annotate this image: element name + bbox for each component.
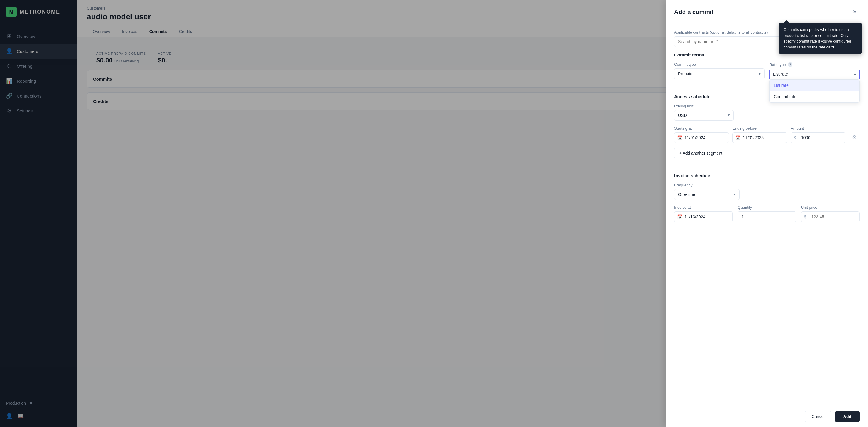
commit-type-select[interactable]: Prepaid Postpaid <box>674 68 765 79</box>
modal-footer: Cancel Add <box>666 406 868 427</box>
modal-title: Add a commit <box>674 9 713 16</box>
frequency-group: Frequency One-time Monthly Quarterly Ann… <box>674 183 860 200</box>
invoice-schedule-heading: Invoice schedule <box>674 173 860 178</box>
add-segment-button[interactable]: + Add another segment <box>674 148 727 158</box>
ending-before-input[interactable] <box>733 132 787 143</box>
rate-type-dropdown: List rate Commit rate <box>769 80 860 102</box>
quantity-input[interactable] <box>738 211 796 222</box>
invoice-details-row: Invoice at 📅 Quantity Unit price $ <box>674 205 860 222</box>
unit-price-label: Unit price <box>801 205 860 210</box>
quantity-label: Quantity <box>738 205 796 210</box>
calendar-icon-start: 📅 <box>677 135 682 140</box>
unit-price-prefix: $ <box>804 214 806 219</box>
tooltip-text: Commits can specify whether to use a pro… <box>783 27 851 49</box>
ending-before-wrapper: 📅 <box>733 132 787 143</box>
modal-close-button[interactable]: × <box>850 7 860 17</box>
ending-before-col: Ending before 📅 <box>733 126 787 143</box>
modal-body: Applicable contracts (optional, defaults… <box>666 23 868 406</box>
starting-at-input[interactable] <box>674 132 729 143</box>
invoice-at-wrapper: 📅 <box>674 211 733 222</box>
frequency-select[interactable]: One-time Monthly Quarterly Annually <box>674 189 740 200</box>
quantity-col: Quantity <box>738 205 796 222</box>
invoice-at-col: Invoice at 📅 <box>674 205 733 222</box>
rate-type-label: Rate type <box>769 62 786 67</box>
calendar-icon-invoice: 📅 <box>677 214 682 219</box>
unit-price-input[interactable] <box>801 211 860 222</box>
pricing-unit-select-wrapper: USD EUR GBP ▼ <box>674 110 734 121</box>
modal-overlay: Add a commit × Applicable contracts (opt… <box>0 0 868 427</box>
invoice-at-input[interactable] <box>674 211 733 222</box>
rate-type-option-list[interactable]: List rate <box>770 80 859 91</box>
add-segment-wrapper: + Add another segment <box>674 148 860 158</box>
rate-type-tooltip: Commits can specify whether to use a pro… <box>779 23 862 54</box>
amount-col: Amount $ <box>791 126 845 143</box>
remove-segment-button[interactable]: ⊗ <box>849 132 860 143</box>
unit-price-wrapper: $ <box>801 211 860 222</box>
calendar-icon-end: 📅 <box>736 135 741 140</box>
rate-type-option-commit[interactable]: Commit rate <box>770 91 859 102</box>
amount-prefix: $ <box>794 135 796 140</box>
divider-2 <box>674 165 860 166</box>
amount-wrapper: $ <box>791 132 845 143</box>
rate-type-select-wrapper: List rate ▲ <box>769 69 860 80</box>
rate-type-col: Rate type ? List rate ▲ List rate Commit… <box>769 62 860 80</box>
ending-before-label: Ending before <box>733 126 787 130</box>
modal: Add a commit × Applicable contracts (opt… <box>666 0 868 427</box>
commit-type-label: Commit type <box>674 62 765 67</box>
starting-at-label: Starting at <box>674 126 729 130</box>
rate-type-select-display[interactable]: List rate <box>769 69 860 80</box>
modal-header: Add a commit × <box>666 0 868 23</box>
add-button[interactable]: Add <box>835 411 860 422</box>
starting-at-wrapper: 📅 <box>674 132 729 143</box>
unit-price-col: Unit price $ <box>801 205 860 222</box>
commit-type-col: Commit type Prepaid Postpaid ▼ <box>674 62 765 80</box>
commit-terms-row: Commit type Prepaid Postpaid ▼ Rate type… <box>674 62 860 80</box>
frequency-label: Frequency <box>674 183 860 187</box>
segment-row: Starting at 📅 Ending before 📅 Amount <box>674 126 860 143</box>
pricing-unit-label: Pricing unit <box>674 104 860 108</box>
starting-at-col: Starting at 📅 <box>674 126 729 143</box>
cancel-button[interactable]: Cancel <box>805 411 831 422</box>
rate-type-help-icon[interactable]: ? <box>788 62 793 67</box>
frequency-select-wrapper: One-time Monthly Quarterly Annually ▼ <box>674 189 740 200</box>
rate-type-value: List rate <box>773 72 788 77</box>
commit-type-select-wrapper: Prepaid Postpaid ▼ <box>674 68 765 79</box>
pricing-unit-group: Pricing unit USD EUR GBP ▼ <box>674 104 860 121</box>
pricing-unit-select[interactable]: USD EUR GBP <box>674 110 734 121</box>
amount-input[interactable] <box>791 132 845 143</box>
invoice-at-label: Invoice at <box>674 205 733 210</box>
amount-label: Amount <box>791 126 845 130</box>
